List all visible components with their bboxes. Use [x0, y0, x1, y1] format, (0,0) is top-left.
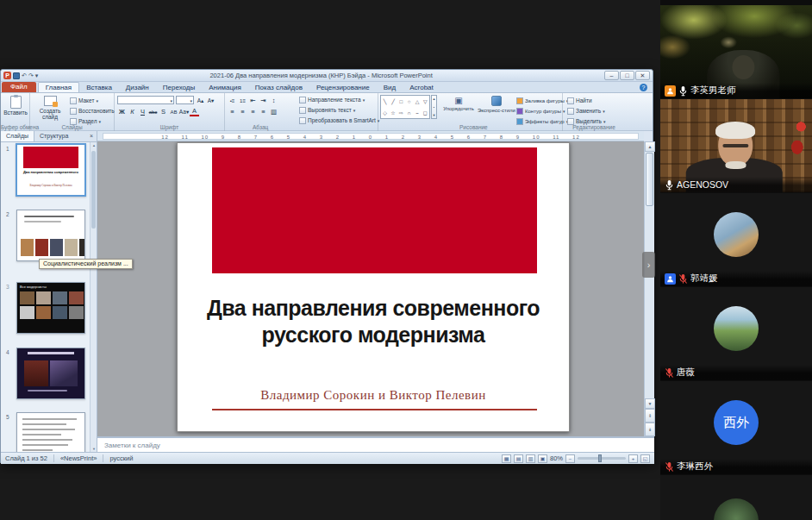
- shape-fill-button[interactable]: Заливка фигуры: [516, 96, 568, 105]
- tab-design[interactable]: Дизайн: [119, 83, 156, 92]
- justify-button[interactable]: [259, 107, 268, 116]
- character-spacing-button[interactable]: [169, 107, 178, 116]
- shape-rectangle-icon[interactable]: [400, 99, 403, 104]
- next-slide-button[interactable]: [645, 423, 655, 436]
- shape-star-icon[interactable]: [390, 110, 395, 116]
- save-icon[interactable]: [13, 72, 20, 79]
- italic-button[interactable]: [128, 107, 137, 116]
- tab-acrobat[interactable]: Acrobat: [403, 83, 440, 92]
- shape-outline-button[interactable]: Контур фигуры: [516, 106, 565, 116]
- shapes-gallery[interactable]: [380, 95, 430, 119]
- participant-tile[interactable]: 西外 李琳西外: [660, 381, 812, 474]
- slides-pane-scrollbar[interactable]: [90, 142, 97, 452]
- align-left-button[interactable]: [228, 107, 237, 116]
- pane-close-icon[interactable]: [86, 131, 97, 141]
- tab-view[interactable]: Вид: [377, 83, 403, 92]
- grow-font-button[interactable]: [196, 96, 205, 105]
- participant-tile[interactable]: 唐薇: [660, 287, 812, 380]
- shape-arrow-icon[interactable]: [399, 110, 403, 116]
- align-center-button[interactable]: [238, 107, 247, 116]
- shape-arc-icon[interactable]: [408, 110, 411, 116]
- redo-icon[interactable]: [28, 72, 34, 79]
- previous-slide-button[interactable]: [645, 409, 655, 423]
- arrange-button[interactable]: Упорядочить: [440, 95, 477, 112]
- scroll-up-icon[interactable]: [645, 141, 655, 152]
- shape-triangle-icon[interactable]: [415, 98, 420, 104]
- columns-button[interactable]: [269, 107, 278, 116]
- participant-tile[interactable]: 郭靖媛: [660, 193, 812, 286]
- sidebar-collapse-button[interactable]: [642, 252, 655, 278]
- replace-button[interactable]: Заменить: [567, 106, 605, 116]
- zoom-out-button[interactable]: [565, 454, 575, 463]
- slide-title[interactable]: Два направления современного русского мо…: [178, 295, 569, 348]
- change-case-button[interactable]: [179, 107, 189, 116]
- slide-thumbnail-3[interactable]: Все модернисты: [16, 282, 85, 334]
- new-slide-button[interactable]: Создать слайд: [34, 95, 66, 120]
- window-titlebar[interactable]: P 2021-06 Два направления модернизма (КН…: [1, 70, 653, 82]
- shape-diagonal-icon[interactable]: [391, 98, 395, 104]
- align-right-button[interactable]: [248, 107, 258, 116]
- tab-transitions[interactable]: Переходы: [156, 83, 203, 92]
- shape-line-icon[interactable]: [384, 98, 387, 104]
- slide-thumbnail-1[interactable]: Два направления современного Владимир Со…: [16, 143, 86, 197]
- minimize-button[interactable]: [604, 71, 619, 80]
- shape-ellipse-icon[interactable]: [408, 99, 411, 104]
- shapes-scroll-up-icon[interactable]: [433, 97, 436, 101]
- text-direction-button[interactable]: Направление текста: [299, 95, 365, 104]
- tab-home[interactable]: Главная: [38, 82, 79, 92]
- line-spacing-button[interactable]: [269, 96, 278, 105]
- slide-subtitle[interactable]: Владимир Сорокин и Виктор Пелевин: [178, 388, 569, 403]
- numbering-button[interactable]: [238, 96, 247, 105]
- tab-outline[interactable]: Структура: [34, 131, 73, 141]
- participant-tile[interactable]: AGENOSOV: [660, 99, 812, 192]
- shapes-scroll-down-icon[interactable]: [433, 113, 436, 117]
- align-text-button[interactable]: Выровнять текст: [299, 105, 355, 115]
- notes-pane[interactable]: Заметки к слайду: [97, 436, 654, 452]
- tab-file[interactable]: Файл: [2, 82, 36, 92]
- layout-button[interactable]: Макет: [70, 96, 98, 105]
- decrease-indent-button[interactable]: [248, 96, 258, 105]
- pane-scroll-thumb[interactable]: [91, 151, 96, 229]
- shape-triangle-down-icon[interactable]: [423, 98, 428, 104]
- pane-scroll-up-icon[interactable]: [91, 143, 97, 147]
- participant-tile[interactable]: 李英男老师: [660, 5, 812, 98]
- help-icon[interactable]: ?: [640, 84, 647, 91]
- shapes-scrollbar[interactable]: [431, 95, 437, 119]
- participant-tile[interactable]: [660, 475, 812, 520]
- zoom-in-button[interactable]: [628, 454, 638, 463]
- slide-thumbnail-2[interactable]: [16, 210, 85, 261]
- paste-button[interactable]: Вставить: [1, 95, 30, 116]
- font-size-combo[interactable]: [176, 96, 194, 104]
- tab-insert[interactable]: Вставка: [79, 83, 119, 92]
- increase-indent-button[interactable]: [259, 96, 268, 105]
- reading-view-button[interactable]: [526, 454, 535, 463]
- shrink-font-button[interactable]: [206, 96, 215, 105]
- font-color-button[interactable]: [190, 108, 199, 116]
- slide-editor-canvas[interactable]: Два направления современного русского мо…: [97, 141, 644, 436]
- strikethrough-button[interactable]: [148, 107, 158, 116]
- undo-icon[interactable]: [22, 72, 27, 79]
- scroll-thumb[interactable]: [646, 153, 653, 206]
- zoom-slider[interactable]: [578, 457, 626, 460]
- reset-button[interactable]: Восстановить: [70, 106, 115, 116]
- tab-slides-thumbnails[interactable]: Слайды: [1, 131, 34, 141]
- shapes-more-icon[interactable]: [434, 105, 434, 110]
- slide-red-banner[interactable]: [212, 147, 537, 273]
- shape-diamond-icon[interactable]: [383, 110, 387, 116]
- bullets-button[interactable]: [228, 96, 237, 105]
- normal-view-button[interactable]: [502, 454, 511, 463]
- find-button[interactable]: Найти: [567, 96, 592, 105]
- quick-styles-button[interactable]: Экспресс-стили: [477, 95, 516, 114]
- close-button[interactable]: [635, 71, 650, 80]
- slide-thumbnail-4[interactable]: [16, 348, 85, 399]
- fit-to-window-button[interactable]: [640, 454, 650, 463]
- slide[interactable]: Два направления современного русского мо…: [177, 142, 570, 432]
- shape-curve-icon[interactable]: [415, 110, 419, 116]
- slide-sorter-view-button[interactable]: [514, 454, 523, 463]
- bold-button[interactable]: [117, 107, 127, 116]
- tab-animations[interactable]: Анимация: [202, 83, 248, 92]
- pane-scroll-down-icon[interactable]: [91, 447, 97, 451]
- zoom-slider-thumb[interactable]: [598, 454, 602, 462]
- tab-slideshow[interactable]: Показ слайдов: [248, 83, 309, 92]
- text-shadow-button[interactable]: [159, 107, 168, 116]
